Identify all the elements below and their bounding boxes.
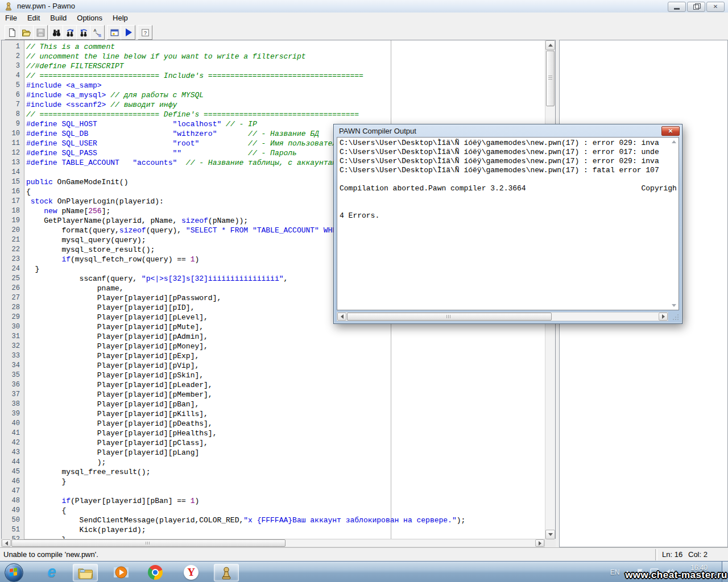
close-icon: ✕: [668, 128, 673, 134]
scroll-up-icon: [548, 44, 553, 47]
compiler-output-button[interactable]: [107, 25, 122, 40]
vertical-scroll-thumb[interactable]: [546, 51, 555, 106]
folder-icon: [77, 566, 93, 580]
find-next-icon: [65, 28, 75, 38]
dialog-scroll-up-icon[interactable]: [672, 140, 676, 143]
line-number: 19: [2, 216, 24, 226]
compiler-output-area[interactable]: C:\Users\User\Desktop\Ìîä\Ñ íóëÿ\gamemod…: [337, 137, 679, 310]
restore-icon: [693, 5, 699, 10]
scroll-left-button[interactable]: [2, 539, 11, 547]
dialog-scroll-down-icon[interactable]: [672, 304, 676, 307]
code-line: Player[playerid][pAdmin],: [26, 332, 555, 342]
code-line: #include <a_samp>: [26, 81, 555, 90]
thumb-grip: [548, 76, 552, 81]
svg-text:A: A: [93, 28, 96, 33]
code-line: Player[playerid][pMoney],: [26, 342, 555, 351]
tray-language-indicator[interactable]: EN: [606, 562, 623, 582]
menu-item-options[interactable]: Options: [72, 13, 107, 24]
scroll-left-icon: [341, 314, 344, 319]
taskbar: e Y EN 16:40: [0, 561, 728, 582]
line-number: 32: [2, 342, 24, 351]
scroll-up-button[interactable]: [545, 40, 555, 50]
compile-button[interactable]: [121, 25, 135, 40]
code-line: mysql_free_result();: [26, 467, 555, 477]
internet-explorer-icon: e: [47, 564, 56, 580]
line-number: 36: [2, 380, 24, 390]
find-previous-button[interactable]: [76, 25, 91, 40]
taskbar-media-player[interactable]: [109, 564, 133, 580]
code-line: // =========================== Include's…: [26, 71, 555, 81]
editor-horizontal-scrollbar[interactable]: [1, 539, 545, 547]
minimize-button[interactable]: [668, 2, 686, 12]
line-number: 9: [2, 119, 24, 129]
line-number: 1: [2, 42, 24, 52]
close-button[interactable]: ✕: [706, 2, 725, 12]
find-previous-icon: [79, 28, 89, 38]
code-line: // This is a comment: [26, 42, 555, 52]
scroll-down-icon: [548, 533, 553, 536]
line-number: 38: [2, 400, 24, 409]
screen: new.pwn - Pawno ✕ FileEditBuildOptionsHe…: [0, 0, 728, 582]
taskbar-yandex-browser[interactable]: Y: [179, 564, 203, 580]
chrome-icon: [148, 565, 163, 580]
line-number: 6: [2, 90, 24, 100]
compiler-output-dialog[interactable]: PAWN Compiler Output ✕ C:\Users\User\Des…: [333, 124, 682, 324]
line-number: 21: [2, 235, 24, 245]
dialog-resize-grip[interactable]: [672, 314, 679, 320]
line-number: 14: [2, 168, 24, 177]
horizontal-scroll-thumb[interactable]: [347, 313, 552, 321]
run-icon: [126, 28, 132, 36]
taskbar-chrome[interactable]: [143, 564, 167, 580]
toolbar: AB ?: [0, 24, 728, 40]
replace-button[interactable]: AB: [90, 25, 105, 40]
find-button[interactable]: [49, 25, 64, 40]
menu-item-file[interactable]: File: [0, 13, 22, 24]
menu-item-edit[interactable]: Edit: [22, 13, 45, 24]
dialog-horizontal-scrollbar[interactable]: [337, 312, 668, 321]
new-file-button[interactable]: [5, 25, 19, 40]
code-line: Player[playerid][pMember],: [26, 390, 555, 400]
taskbar-internet-explorer[interactable]: e: [40, 564, 64, 580]
taskbar-windows-explorer[interactable]: [73, 564, 98, 581]
line-number: 24: [2, 264, 24, 274]
line-number: 16: [2, 187, 24, 197]
line-number: 2: [2, 52, 24, 61]
line-number: 33: [2, 351, 24, 361]
line-number: 8: [2, 110, 24, 119]
horizontal-scroll-thumb[interactable]: [11, 539, 286, 547]
code-line: Player[playerid][pLeader],: [26, 380, 555, 390]
svg-text:?: ?: [143, 30, 146, 36]
menu-item-help[interactable]: Help: [107, 13, 133, 24]
scroll-right-button[interactable]: [535, 539, 544, 547]
taskbar-pawno[interactable]: [214, 564, 239, 581]
help-button[interactable]: ?: [138, 25, 152, 40]
code-line: Player[playerid][pBan],: [26, 400, 555, 409]
line-number: 10: [2, 129, 24, 139]
line-number: 35: [2, 371, 24, 380]
scroll-right-button[interactable]: [659, 313, 668, 321]
scroll-left-icon: [5, 541, 8, 546]
code-line: SendClientMessage(playerid,COLOR_RED,"x …: [26, 516, 555, 525]
line-number: 3: [2, 61, 24, 71]
menu-item-build[interactable]: Build: [45, 13, 72, 24]
start-button[interactable]: [5, 563, 23, 582]
restore-button[interactable]: [687, 2, 705, 12]
save-file-button[interactable]: [33, 25, 48, 40]
line-number: 17: [2, 197, 24, 206]
scroll-down-button[interactable]: [545, 530, 555, 539]
dialog-close-button[interactable]: ✕: [661, 126, 680, 136]
line-number: 48: [2, 496, 24, 506]
thumb-grip: [446, 315, 452, 318]
help-icon: ?: [140, 28, 150, 38]
find-next-button[interactable]: [63, 25, 77, 40]
line-number: 7: [2, 100, 24, 110]
line-number: 5: [2, 81, 24, 90]
code-line: {: [26, 506, 555, 516]
open-file-button[interactable]: [19, 25, 34, 40]
minimize-icon: [674, 8, 680, 10]
line-number: 20: [2, 226, 24, 235]
line-number: 43: [2, 448, 24, 458]
line-number: 11: [2, 139, 24, 148]
scroll-left-button[interactable]: [337, 313, 346, 321]
window-title: new.pwn - Pawno: [17, 2, 75, 10]
